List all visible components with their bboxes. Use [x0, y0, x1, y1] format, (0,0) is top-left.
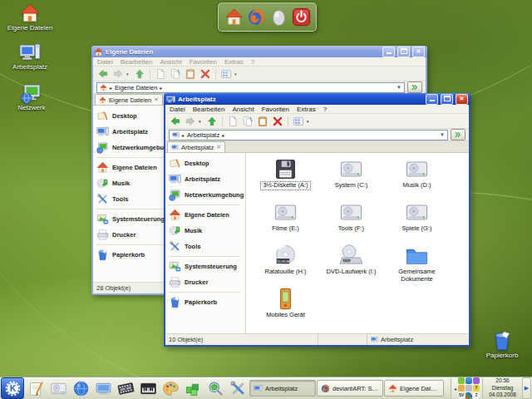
menu-hilfe[interactable]: ? — [251, 58, 254, 66]
menu-bearbeiten[interactable]: Bearbeiten — [121, 58, 153, 66]
sidebar-item-systemsteuerung[interactable]: Systemsteuerung — [169, 259, 245, 274]
sidebar-item-systemsteuerung[interactable]: Systemsteuerung — [96, 211, 173, 227]
desktop-icon-papierkorb[interactable]: Papierkorb — [472, 330, 532, 360]
sidebar-item-arbeitsplatz[interactable]: Arbeitsplatz — [169, 171, 245, 187]
folder-item-gemeinsame-dokumente[interactable]: Gemeinsame Dokumente — [384, 244, 450, 283]
sidebar-item-drucker[interactable]: Drucker — [169, 274, 245, 290]
sidebar-item-musik[interactable]: Musik — [96, 175, 173, 191]
menu-favoriten[interactable]: Favoriten — [190, 58, 217, 66]
tab-eigene-dateien[interactable]: Eigene Dateien ✕ — [95, 94, 163, 105]
tab-arbeitsplatz[interactable]: Arbeitsplatz ✕ — [167, 141, 225, 152]
quicklaunch-display[interactable] — [92, 378, 114, 398]
menu-datei[interactable]: Datei — [170, 106, 185, 113]
tray-icon-9[interactable]: Z — [473, 392, 480, 399]
delete-button[interactable] — [199, 67, 212, 80]
new-document-button[interactable] — [154, 67, 167, 80]
paste-button[interactable] — [256, 115, 269, 127]
drive-item-floppy-a[interactable]: 3½-Diskette (A:) — [253, 157, 318, 197]
quicklaunch-web-browser[interactable] — [70, 378, 91, 398]
menu-extras[interactable]: Extras — [297, 106, 316, 113]
taskbar-button-deviantart[interactable]: deviantART: Subm... — [317, 380, 383, 397]
shutdown-launcher-button[interactable] — [292, 7, 311, 27]
sidebar-item-eigene-dateien[interactable]: Eigene Dateien — [96, 160, 173, 175]
desktop-icon-arbeitsplatz[interactable]: Arbeitsplatz — [0, 42, 60, 71]
quicklaunch-graphics[interactable] — [160, 378, 181, 398]
sidebar-item-eigene-dateien[interactable]: Eigene Dateien — [169, 207, 245, 223]
menu-ansicht[interactable]: Ansicht — [160, 58, 181, 66]
sidebar-item-tools[interactable]: Tools — [169, 239, 245, 254]
tray-icon-7[interactable]: SV — [458, 392, 465, 399]
tray-icon-5[interactable] — [466, 385, 472, 392]
sidebar-item-desktop[interactable]: Desktop — [169, 155, 245, 171]
egg-launcher-button[interactable] — [269, 7, 288, 27]
drive-item-ratatouille-h[interactable]: Ratatouille (H:) — [253, 244, 318, 283]
address-field[interactable]: ▸ Eigene Dateien ▸ ▼ — [96, 82, 405, 93]
view-mode-dropdown[interactable]: ▾ — [307, 119, 312, 124]
home-launcher-button[interactable] — [224, 7, 244, 27]
address-dropdown[interactable]: ▼ — [440, 132, 445, 137]
sidebar-item-tools[interactable]: Tools — [96, 191, 173, 207]
sidebar-item-papierkorb[interactable]: Papierkorb — [169, 294, 245, 310]
menu-ansicht[interactable]: Ansicht — [232, 106, 254, 113]
desktop-icon-eigene-dateien[interactable]: Eigene Dateien — [0, 2, 60, 32]
view-mode-button[interactable] — [292, 115, 305, 127]
tray-collapse-icon[interactable]: ◂ — [454, 386, 456, 392]
tray-icon-4[interactable] — [458, 385, 465, 392]
drive-item-filme-e[interactable]: Filme (E:) — [253, 200, 318, 240]
tray-icon-3[interactable] — [473, 377, 480, 384]
taskbar-button-arbeitsplatz[interactable]: Arbeitsplatz — [249, 380, 316, 397]
tray-icon-2[interactable] — [466, 377, 472, 384]
paste-button[interactable] — [184, 67, 197, 80]
close-button[interactable] — [456, 94, 468, 105]
go-button[interactable] — [407, 81, 422, 93]
menu-extras[interactable]: Extras — [224, 58, 244, 66]
forward-dropdown[interactable]: ▾ — [126, 71, 131, 76]
sidebar-item-papierkorb[interactable]: Papierkorb — [96, 247, 173, 263]
clock[interactable]: 20:56 Dienstag 04.03.2008 — [484, 377, 521, 398]
minimize-button[interactable] — [426, 94, 438, 105]
menu-datei[interactable]: Datei — [97, 58, 113, 66]
quicklaunch-midi-keyboard[interactable] — [137, 378, 159, 398]
close-button[interactable] — [412, 47, 425, 57]
drive-item-tools-f[interactable]: Tools (F:) — [318, 200, 384, 240]
back-button[interactable] — [96, 67, 110, 80]
maximize-button[interactable] — [397, 47, 410, 57]
delete-button[interactable] — [271, 115, 284, 127]
drive-item-dvd-i[interactable]: DVD-Laufwerk (I:) — [318, 244, 384, 283]
sidebar-item-arbeitsplatz[interactable]: Arbeitsplatz — [96, 124, 173, 140]
quicklaunch-text-editor[interactable] — [25, 378, 47, 398]
view-mode-button[interactable] — [219, 67, 233, 80]
device-item-mobiles-geraet[interactable]: Mobiles Gerät — [253, 287, 318, 327]
go-button[interactable] — [451, 129, 466, 140]
tab-close-icon[interactable]: ✕ — [154, 96, 159, 103]
titlebar[interactable]: Arbeitsplatz — [164, 93, 470, 105]
quicklaunch-system-search[interactable] — [204, 378, 226, 398]
panel-hide-arrow[interactable]: ▶ — [522, 377, 531, 399]
forward-dropdown[interactable]: ▾ — [199, 119, 204, 124]
maximize-button[interactable] — [441, 94, 453, 105]
sidebar-item-netzwerkumgebung[interactable]: Netzwerkumgebung — [96, 140, 173, 155]
quicklaunch-video[interactable] — [115, 378, 136, 398]
copy-button[interactable] — [169, 67, 182, 80]
firefox-launcher-button[interactable] — [247, 7, 266, 27]
sidebar-item-netzwerkumgebung[interactable]: Netzwerkumgebung — [169, 187, 245, 203]
sidebar-item-musik[interactable]: Musik — [169, 223, 245, 239]
address-dropdown[interactable]: ▼ — [397, 85, 401, 90]
up-button[interactable] — [133, 67, 146, 80]
address-field[interactable]: ▸ Arbeitsplatz ▸ ▼ — [169, 130, 448, 140]
drive-item-spiele-g[interactable]: Spiele (G:) — [384, 200, 450, 240]
new-document-button[interactable] — [226, 115, 239, 127]
menu-hilfe[interactable]: ? — [323, 106, 327, 113]
quicklaunch-admin-tools[interactable] — [227, 378, 249, 398]
drive-item-system-c[interactable]: System (C:) — [318, 157, 384, 197]
back-button[interactable] — [169, 115, 182, 127]
tab-close-icon[interactable]: ✕ — [216, 144, 221, 150]
tray-icon-8[interactable] — [466, 392, 472, 399]
quicklaunch-media-drive[interactable] — [47, 378, 69, 398]
copy-button[interactable] — [241, 115, 254, 127]
tray-icon-1[interactable] — [458, 377, 465, 384]
desktop-icon-netzwerk[interactable]: Netzwerk — [2, 82, 62, 112]
menu-favoriten[interactable]: Favoriten — [262, 106, 289, 113]
minimize-button[interactable] — [382, 47, 395, 57]
forward-button[interactable] — [184, 115, 197, 127]
